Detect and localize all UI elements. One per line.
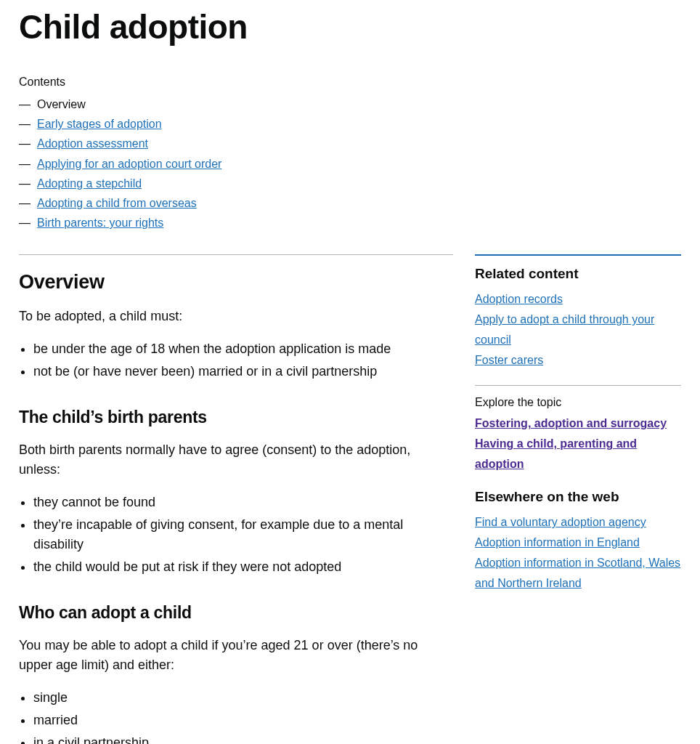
list-item: in a civil partnership bbox=[33, 733, 453, 744]
related-link[interactable]: Foster carers bbox=[475, 354, 543, 366]
explore-link[interactable]: Fostering, adoption and surrogacy bbox=[475, 417, 667, 429]
elsewhere-link[interactable]: Adoption information in England bbox=[475, 536, 640, 549]
overview-heading: Overview bbox=[19, 271, 453, 294]
list-item: not be (or have never been) married or i… bbox=[33, 362, 453, 381]
elsewhere-links: Find a voluntary adoption agency Adoptio… bbox=[475, 512, 681, 594]
contents-item-link[interactable]: Adoption assessment bbox=[37, 137, 148, 150]
contents-item-link[interactable]: Applying for an adoption court order bbox=[37, 158, 221, 170]
elsewhere-link[interactable]: Adoption information in Scotland, Wales … bbox=[475, 557, 680, 589]
contents-label: Contents bbox=[19, 76, 681, 89]
who-can-adopt-list: single married in a civil partnership an… bbox=[19, 688, 453, 744]
overview-intro: To be adopted, a child must: bbox=[19, 307, 453, 326]
related-link[interactable]: Adoption records bbox=[475, 293, 563, 305]
explore-topic-label: Explore the topic bbox=[475, 396, 681, 409]
contents-item-current: Overview bbox=[37, 98, 86, 110]
main-content: Overview To be adopted, a child must: be… bbox=[19, 254, 453, 744]
explore-links: Fostering, adoption and surrogacy Having… bbox=[475, 413, 681, 474]
contents-item-link[interactable]: Early stages of adoption bbox=[37, 118, 162, 130]
overview-list: be under the age of 18 when the adoption… bbox=[19, 339, 453, 381]
birth-parents-list: they cannot be found they’re incapable o… bbox=[19, 493, 453, 577]
who-can-adopt-intro: You may be able to adopt a child if you’… bbox=[19, 636, 453, 675]
related-link[interactable]: Apply to adopt a child through your coun… bbox=[475, 313, 654, 346]
elsewhere-heading: Elsewhere on the web bbox=[475, 489, 681, 505]
sidebar: Related content Adoption records Apply t… bbox=[475, 254, 681, 744]
birth-parents-heading: The child’s birth parents bbox=[19, 408, 453, 427]
related-links: Adoption records Apply to adopt a child … bbox=[475, 289, 681, 371]
who-can-adopt-heading: Who can adopt a child bbox=[19, 603, 453, 623]
contents-item-link[interactable]: Adopting a child from overseas bbox=[37, 197, 197, 209]
related-content-heading: Related content bbox=[475, 266, 681, 282]
list-item: they cannot be found bbox=[33, 493, 453, 512]
list-item: be under the age of 18 when the adoption… bbox=[33, 339, 453, 359]
list-item: married bbox=[33, 711, 453, 730]
contents-list: Overview Early stages of adoption Adopti… bbox=[19, 94, 681, 232]
list-item: the child would be put at risk if they w… bbox=[33, 557, 453, 577]
explore-link[interactable]: Having a child, parenting and adoption bbox=[475, 437, 637, 470]
page-title: Child adoption bbox=[19, 7, 681, 46]
contents-item-link[interactable]: Adopting a stepchild bbox=[37, 177, 142, 190]
list-item: single bbox=[33, 688, 453, 708]
birth-parents-intro: Both birth parents normally have to agre… bbox=[19, 440, 453, 480]
elsewhere-link[interactable]: Find a voluntary adoption agency bbox=[475, 516, 646, 528]
list-item: they’re incapable of giving consent, for… bbox=[33, 515, 453, 554]
contents-item-link[interactable]: Birth parents: your rights bbox=[37, 217, 163, 229]
